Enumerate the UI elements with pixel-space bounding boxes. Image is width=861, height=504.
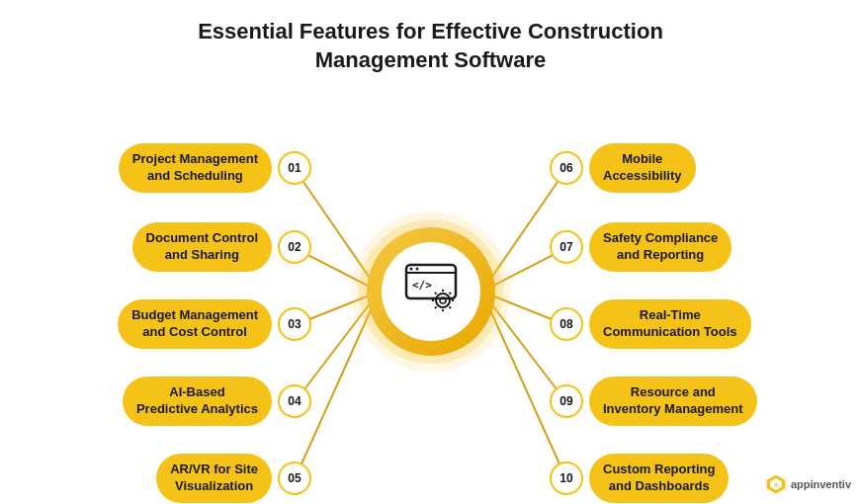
feature-label-04: AI-Based Predictive Analytics <box>123 377 272 426</box>
feature-pill-02: Document Control and Sharing02 <box>132 222 311 272</box>
svg-text:a: a <box>774 481 778 488</box>
feature-num-10: 10 <box>550 462 583 495</box>
svg-point-12 <box>409 267 412 270</box>
brand-name: appinventiv <box>791 478 851 490</box>
feature-label-03: Budget Management and Cost Control <box>118 299 272 349</box>
center-circle: </> <box>367 227 495 356</box>
feature-pill-08: 08Real-Time Communication Tools <box>550 299 751 349</box>
feature-pill-05: AR/VR for Site Visualization05 <box>156 454 311 503</box>
feature-num-09: 09 <box>550 384 583 418</box>
feature-label-07: Safety Compliance and Reporting <box>589 222 732 272</box>
svg-line-21 <box>435 293 437 294</box>
title-area: Essential Features for Effective Constru… <box>0 0 861 84</box>
feature-label-10: Custom Reporting and Dashboards <box>589 454 729 503</box>
svg-line-24 <box>435 306 437 308</box>
appinventiv-logo-icon: a <box>765 473 787 495</box>
feature-pill-07: 07Safety Compliance and Reporting <box>550 222 732 272</box>
feature-label-05: AR/VR for Site Visualization <box>156 454 272 503</box>
feature-num-02: 02 <box>278 230 311 264</box>
feature-pill-10: 10Custom Reporting and Dashboards <box>550 454 729 503</box>
feature-num-06: 06 <box>550 151 583 185</box>
feature-label-09: Resource and Inventory Management <box>589 377 757 426</box>
branding: a appinventiv <box>765 473 851 495</box>
center-icon: </> <box>403 263 459 321</box>
feature-num-03: 03 <box>278 307 311 341</box>
feature-pill-06: 06Mobile Accessibility <box>550 143 696 193</box>
svg-line-22 <box>449 306 451 308</box>
feature-pill-09: 09Resource and Inventory Management <box>550 377 757 426</box>
feature-num-08: 08 <box>550 307 583 341</box>
page-title: Essential Features for Effective Constru… <box>79 18 782 74</box>
feature-pill-03: Budget Management and Cost Control03 <box>118 299 311 349</box>
feature-num-04: 04 <box>278 384 311 418</box>
feature-pill-04: AI-Based Predictive Analytics04 <box>123 377 311 426</box>
svg-text:</>: </> <box>412 279 432 292</box>
diagram-area: </> Project Management and Scheduling0 <box>0 84 861 499</box>
feature-label-08: Real-Time Communication Tools <box>589 299 751 349</box>
svg-point-15 <box>436 294 450 307</box>
svg-line-23 <box>449 293 451 294</box>
feature-num-07: 07 <box>550 230 583 264</box>
feature-num-05: 05 <box>278 462 311 495</box>
feature-label-02: Document Control and Sharing <box>132 222 272 272</box>
feature-label-01: Project Management and Scheduling <box>119 143 272 193</box>
feature-pill-01: Project Management and Scheduling01 <box>119 143 311 193</box>
feature-label-06: Mobile Accessibility <box>589 143 696 193</box>
feature-num-01: 01 <box>278 151 311 185</box>
svg-point-13 <box>415 267 418 270</box>
